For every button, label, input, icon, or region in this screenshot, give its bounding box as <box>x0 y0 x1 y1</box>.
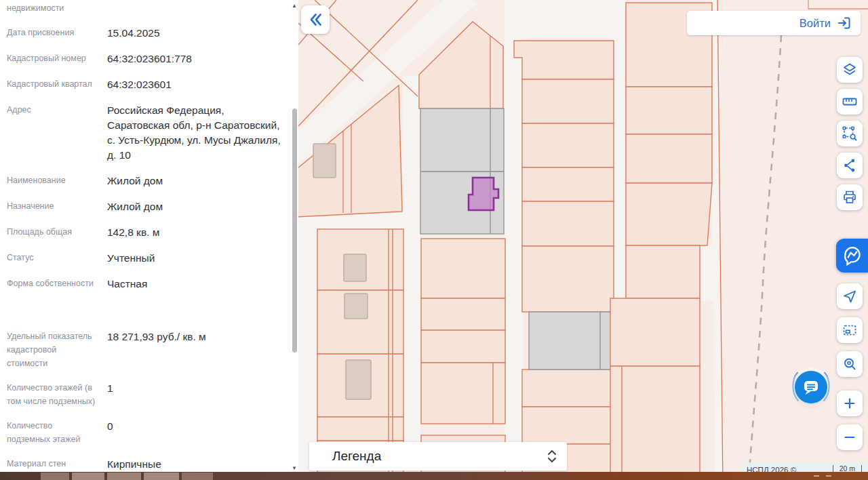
strip-segment <box>144 473 179 480</box>
field-value: Жилой дом <box>96 199 163 214</box>
ruler-icon <box>842 94 858 110</box>
road-top <box>523 0 614 39</box>
parcel-block-a <box>514 41 614 480</box>
legend-label: Легенда <box>309 449 381 464</box>
strip-segment <box>72 473 104 480</box>
building-footprint <box>344 294 368 319</box>
overview-frame-icon <box>842 322 858 338</box>
field-row: недвижимости <box>7 1 283 15</box>
field-row: Кадастровый номер64:32:023601:778 <box>7 52 283 66</box>
strip-mark <box>826 475 831 477</box>
overview-map-button[interactable] <box>837 317 863 343</box>
field-value: Российская Федерация, Саратовская обл, р… <box>96 103 283 163</box>
area-search-icon <box>842 125 858 142</box>
field-row: Дата присвоения15.04.2025 <box>7 26 283 41</box>
bottom-strip <box>0 472 868 480</box>
chat-widget <box>787 363 835 412</box>
measure-button[interactable] <box>837 89 863 115</box>
building-footprint <box>346 360 371 399</box>
field-value: 64:32:023601:778 <box>96 52 192 66</box>
strip-segment <box>182 473 213 480</box>
app-screen: недвижимости Дата присвоения15.04.2025 К… <box>0 0 868 480</box>
road-notch <box>697 245 722 301</box>
printer-icon <box>842 189 858 205</box>
collapse-panel-button[interactable] <box>301 5 330 34</box>
field-label: Форма собственности <box>7 277 96 292</box>
sort-chevrons-icon <box>547 449 557 464</box>
map-assistant-icon <box>842 245 863 266</box>
field-row: АдресРоссийская Федерация, Саратовская о… <box>7 103 283 163</box>
double-chevron-left-icon <box>307 11 324 28</box>
object-info-panel: недвижимости Дата присвоения15.04.2025 К… <box>0 0 298 480</box>
assistant-tool-button-active[interactable] <box>836 239 868 273</box>
field-row: Количество этажей (в том числе подземных… <box>7 381 283 408</box>
parcel-block-b <box>610 3 712 480</box>
login-icon <box>837 16 852 31</box>
field-value: 0 <box>96 419 113 446</box>
field-label: Количество этажей (в том числе подземных… <box>7 381 96 408</box>
layers-button[interactable] <box>837 57 863 83</box>
zoom-out-button[interactable] <box>837 424 863 450</box>
area-search-button[interactable] <box>837 121 863 146</box>
strip-mark <box>814 475 819 477</box>
locate-button[interactable] <box>837 283 863 309</box>
field-row: Количество подземных этажей0 <box>7 419 283 446</box>
field-value: Кирпичные <box>96 457 161 472</box>
marker-search-button[interactable] <box>837 351 863 377</box>
cadastral-map-layer[interactable] <box>298 0 868 480</box>
selected-building-polygon[interactable] <box>469 178 498 210</box>
share-button[interactable] <box>837 153 863 178</box>
plus-icon <box>842 396 857 411</box>
field-label: Дата присвоения <box>7 26 96 41</box>
parcel-gray-central <box>420 108 504 234</box>
field-label: Статус <box>7 251 96 266</box>
minus-icon <box>842 430 857 445</box>
field-row: НазначениеЖилой дом <box>7 199 283 214</box>
field-value: Частная <box>96 277 147 292</box>
field-row: СтатусУчтенный <box>7 251 283 266</box>
field-row: Удельный показатель кадастровой стоимост… <box>7 329 283 370</box>
field-value <box>96 1 107 15</box>
map-canvas[interactable]: циан 382774 <box>298 0 868 480</box>
building-footprint <box>313 144 336 178</box>
field-label: Наименование <box>7 174 96 188</box>
field-value: Жилой дом <box>96 174 163 188</box>
field-label: Количество подземных этажей <box>7 419 96 446</box>
field-label: Площадь общая <box>7 225 96 240</box>
field-row: Форма собственностиЧастная <box>7 277 283 292</box>
building-footprint <box>344 254 366 281</box>
field-value: 64:32:023601 <box>96 77 172 92</box>
strip-segment <box>107 473 141 480</box>
field-row: НаименованиеЖилой дом <box>7 174 283 188</box>
strip-segment <box>41 473 69 480</box>
field-row: Площадь общая142,8 кв. м <box>7 225 283 240</box>
legend-toggle-bar[interactable]: Легенда <box>309 442 567 471</box>
field-value: 1 <box>96 381 113 408</box>
field-label: Адрес <box>7 103 96 163</box>
login-label: Войти <box>800 17 831 30</box>
field-row: Материал стенКирпичные <box>7 457 283 472</box>
field-label: Кадастровый номер <box>7 52 96 66</box>
field-row: Кадастровый квартал64:32:023601 <box>7 77 283 92</box>
search-marker-icon <box>842 356 858 372</box>
field-value: 18 271,93 руб./ кв. м <box>96 329 206 370</box>
field-label: Кадастровый квартал <box>7 77 96 92</box>
login-button[interactable]: Войти <box>687 11 861 35</box>
chat-icon <box>802 378 821 397</box>
layers-icon <box>842 62 858 78</box>
field-label: недвижимости <box>7 1 96 15</box>
field-label: Назначение <box>7 199 96 214</box>
share-icon <box>842 157 858 174</box>
chat-button[interactable] <box>795 371 827 403</box>
field-label: Удельный показатель кадастровой стоимост… <box>7 329 96 370</box>
navigation-arrow-icon <box>842 288 858 304</box>
scroll-up-icon[interactable]: ▲ <box>290 3 299 9</box>
field-value: Учтенный <box>96 251 155 266</box>
scroll-down-icon[interactable]: ▼ <box>290 465 299 471</box>
field-value: 142,8 кв. м <box>96 225 159 240</box>
parcel-gray-a <box>529 312 614 369</box>
field-value: 15.04.2025 <box>96 26 160 41</box>
panel-scrollbar-thumb[interactable] <box>292 108 297 353</box>
print-button[interactable] <box>837 184 863 210</box>
zoom-in-button[interactable] <box>837 391 863 416</box>
